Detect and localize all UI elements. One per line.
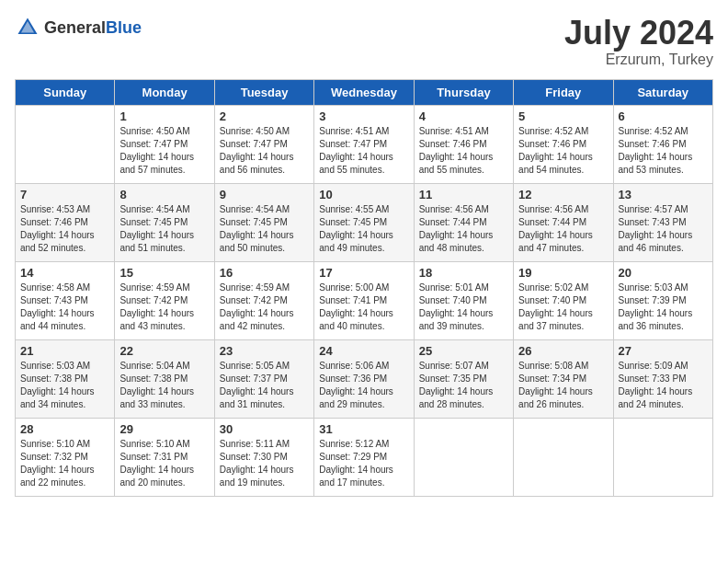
page-header: GeneralBlue July 2024 Erzurum, Turkey: [15, 15, 713, 68]
logo: GeneralBlue: [15, 15, 142, 40]
cell-detail: Sunrise: 4:59 AMSunset: 7:42 PMDaylight:…: [119, 282, 209, 333]
cell-detail: Sunrise: 4:57 AMSunset: 7:43 PMDaylight:…: [619, 203, 708, 255]
weekday-header: Sunday: [16, 79, 115, 105]
day-number: 26: [518, 344, 608, 358]
cell-detail: Sunrise: 4:52 AMSunset: 7:46 PMDaylight:…: [619, 125, 708, 177]
calendar-cell: 18Sunrise: 5:01 AMSunset: 7:40 PMDayligh…: [414, 261, 513, 339]
day-number: 25: [419, 344, 508, 358]
day-number: 29: [119, 422, 209, 436]
day-number: 14: [20, 266, 109, 280]
calendar-cell: 21Sunrise: 5:03 AMSunset: 7:38 PMDayligh…: [16, 339, 115, 418]
calendar-week-row: 14Sunrise: 4:58 AMSunset: 7:43 PMDayligh…: [16, 261, 713, 339]
calendar-cell: 10Sunrise: 4:55 AMSunset: 7:45 PMDayligh…: [314, 183, 414, 261]
calendar-cell: 26Sunrise: 5:08 AMSunset: 7:34 PMDayligh…: [514, 339, 613, 418]
cell-detail: Sunrise: 4:56 AMSunset: 7:44 PMDaylight:…: [419, 203, 508, 255]
calendar-cell: 4Sunrise: 4:51 AMSunset: 7:46 PMDaylight…: [414, 105, 513, 183]
weekday-header: Monday: [115, 79, 214, 105]
weekday-header: Tuesday: [214, 79, 313, 105]
weekday-header: Saturday: [613, 79, 712, 105]
day-number: 13: [619, 188, 708, 201]
cell-detail: Sunrise: 5:01 AMSunset: 7:40 PMDaylight:…: [419, 282, 508, 333]
day-number: 5: [518, 109, 608, 123]
calendar-week-row: 1Sunrise: 4:50 AMSunset: 7:47 PMDaylight…: [16, 105, 713, 183]
day-number: 18: [419, 266, 508, 280]
day-number: 6: [619, 109, 708, 123]
day-number: 3: [319, 109, 408, 123]
calendar-cell: 27Sunrise: 5:09 AMSunset: 7:33 PMDayligh…: [613, 339, 712, 418]
cell-detail: Sunrise: 4:50 AMSunset: 7:47 PMDaylight:…: [119, 125, 209, 177]
cell-detail: Sunrise: 5:10 AMSunset: 7:32 PMDaylight:…: [20, 438, 109, 489]
logo-general-text: General: [44, 18, 106, 37]
calendar-cell: 2Sunrise: 4:50 AMSunset: 7:47 PMDaylight…: [214, 105, 313, 183]
calendar-cell: 6Sunrise: 4:52 AMSunset: 7:46 PMDaylight…: [613, 105, 712, 183]
day-number: 27: [619, 344, 708, 358]
day-number: 9: [220, 188, 309, 201]
cell-detail: Sunrise: 4:56 AMSunset: 7:44 PMDaylight:…: [518, 203, 608, 255]
calendar-cell: 30Sunrise: 5:11 AMSunset: 7:30 PMDayligh…: [214, 418, 313, 496]
day-number: 21: [20, 344, 109, 358]
day-number: 31: [319, 422, 408, 436]
cell-detail: Sunrise: 4:59 AMSunset: 7:42 PMDaylight:…: [220, 282, 309, 333]
calendar-cell: 3Sunrise: 4:51 AMSunset: 7:47 PMDaylight…: [314, 105, 414, 183]
cell-detail: Sunrise: 5:04 AMSunset: 7:38 PMDaylight:…: [119, 360, 209, 411]
day-number: 11: [419, 188, 508, 201]
cell-detail: Sunrise: 5:10 AMSunset: 7:31 PMDaylight:…: [119, 438, 209, 489]
calendar-cell: 22Sunrise: 5:04 AMSunset: 7:38 PMDayligh…: [115, 339, 214, 418]
day-number: 30: [220, 422, 309, 436]
weekday-header: Friday: [514, 79, 613, 105]
calendar-cell: 11Sunrise: 4:56 AMSunset: 7:44 PMDayligh…: [414, 183, 513, 261]
day-number: 15: [119, 266, 209, 280]
cell-detail: Sunrise: 5:03 AMSunset: 7:38 PMDaylight:…: [20, 360, 109, 411]
day-number: 4: [419, 109, 508, 123]
logo-blue-text: Blue: [106, 18, 142, 37]
cell-detail: Sunrise: 5:02 AMSunset: 7:40 PMDaylight:…: [518, 282, 608, 333]
day-number: 24: [319, 344, 408, 358]
calendar-cell: 31Sunrise: 5:12 AMSunset: 7:29 PMDayligh…: [314, 418, 414, 496]
calendar-cell: 19Sunrise: 5:02 AMSunset: 7:40 PMDayligh…: [514, 261, 613, 339]
cell-detail: Sunrise: 5:07 AMSunset: 7:35 PMDaylight:…: [419, 360, 508, 411]
cell-detail: Sunrise: 4:53 AMSunset: 7:46 PMDaylight:…: [20, 203, 109, 255]
weekday-header: Wednesday: [314, 79, 414, 105]
day-number: 16: [220, 266, 309, 280]
month-year-title: July 2024: [564, 15, 713, 52]
cell-detail: Sunrise: 5:09 AMSunset: 7:33 PMDaylight:…: [619, 360, 708, 411]
day-number: 8: [119, 188, 209, 201]
calendar-cell: 24Sunrise: 5:06 AMSunset: 7:36 PMDayligh…: [314, 339, 414, 418]
cell-detail: Sunrise: 4:51 AMSunset: 7:46 PMDaylight:…: [419, 125, 508, 177]
cell-detail: Sunrise: 4:52 AMSunset: 7:46 PMDaylight:…: [518, 125, 608, 177]
calendar-cell: 8Sunrise: 4:54 AMSunset: 7:45 PMDaylight…: [115, 183, 214, 261]
cell-detail: Sunrise: 5:08 AMSunset: 7:34 PMDaylight:…: [518, 360, 608, 411]
calendar-cell: 28Sunrise: 5:10 AMSunset: 7:32 PMDayligh…: [16, 418, 115, 496]
calendar-cell: 23Sunrise: 5:05 AMSunset: 7:37 PMDayligh…: [214, 339, 313, 418]
cell-detail: Sunrise: 4:51 AMSunset: 7:47 PMDaylight:…: [319, 125, 408, 177]
calendar-cell: 29Sunrise: 5:10 AMSunset: 7:31 PMDayligh…: [115, 418, 214, 496]
calendar-cell: 9Sunrise: 4:54 AMSunset: 7:45 PMDaylight…: [214, 183, 313, 261]
cell-detail: Sunrise: 4:54 AMSunset: 7:45 PMDaylight:…: [220, 203, 309, 255]
day-number: 17: [319, 266, 408, 280]
calendar-table: SundayMondayTuesdayWednesdayThursdayFrid…: [15, 79, 713, 497]
cell-detail: Sunrise: 4:50 AMSunset: 7:47 PMDaylight:…: [220, 125, 309, 177]
title-block: July 2024 Erzurum, Turkey: [564, 15, 713, 68]
calendar-cell: 17Sunrise: 5:00 AMSunset: 7:41 PMDayligh…: [314, 261, 414, 339]
day-number: 28: [20, 422, 109, 436]
calendar-cell: [514, 418, 613, 496]
calendar-cell: 15Sunrise: 4:59 AMSunset: 7:42 PMDayligh…: [115, 261, 214, 339]
weekday-header: Thursday: [414, 79, 513, 105]
calendar-cell: 1Sunrise: 4:50 AMSunset: 7:47 PMDaylight…: [115, 105, 214, 183]
calendar-week-row: 7Sunrise: 4:53 AMSunset: 7:46 PMDaylight…: [16, 183, 713, 261]
calendar-cell: 20Sunrise: 5:03 AMSunset: 7:39 PMDayligh…: [613, 261, 712, 339]
calendar-week-row: 21Sunrise: 5:03 AMSunset: 7:38 PMDayligh…: [16, 339, 713, 418]
calendar-cell: 25Sunrise: 5:07 AMSunset: 7:35 PMDayligh…: [414, 339, 513, 418]
day-number: 20: [619, 266, 708, 280]
calendar-week-row: 28Sunrise: 5:10 AMSunset: 7:32 PMDayligh…: [16, 418, 713, 496]
day-number: 2: [220, 109, 309, 123]
calendar-cell: 12Sunrise: 4:56 AMSunset: 7:44 PMDayligh…: [514, 183, 613, 261]
cell-detail: Sunrise: 5:12 AMSunset: 7:29 PMDaylight:…: [319, 438, 408, 489]
cell-detail: Sunrise: 5:11 AMSunset: 7:30 PMDaylight:…: [220, 438, 309, 489]
calendar-cell: 13Sunrise: 4:57 AMSunset: 7:43 PMDayligh…: [613, 183, 712, 261]
calendar-header-row: SundayMondayTuesdayWednesdayThursdayFrid…: [16, 79, 713, 105]
day-number: 7: [20, 188, 109, 201]
day-number: 1: [119, 109, 209, 123]
day-number: 19: [518, 266, 608, 280]
calendar-cell: 16Sunrise: 4:59 AMSunset: 7:42 PMDayligh…: [214, 261, 313, 339]
